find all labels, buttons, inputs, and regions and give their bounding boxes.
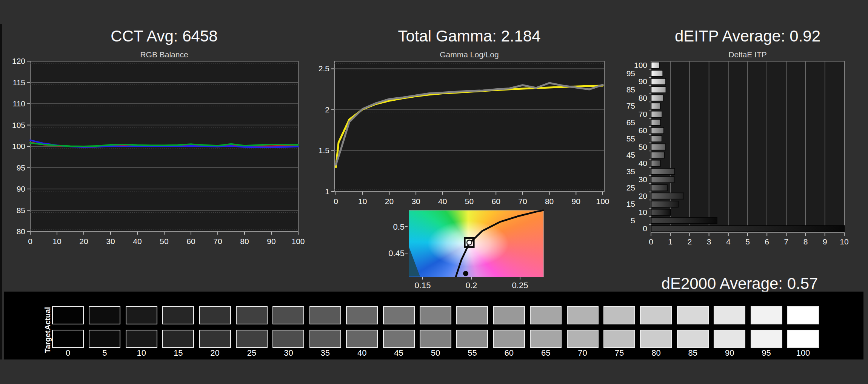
deitp-bar-30 [651,177,674,183]
svg-text:1: 1 [668,237,673,246]
ramp-actual-swatch-75 [603,306,635,324]
ramp-target-swatch-55 [456,330,488,348]
ramp-target-swatch-0 [52,330,84,348]
cie-white-point-marker [467,240,472,245]
ramp-actual-swatch-65 [530,306,562,324]
svg-text:70: 70 [639,110,647,118]
deitp-bar-25 [651,185,668,191]
deitp-bar-90 [651,78,666,84]
svg-text:60: 60 [639,126,647,135]
deitp-bar-40 [651,160,660,166]
deitp-bar-15 [651,201,679,207]
svg-text:3: 3 [707,237,711,246]
ramp-level-label-0: 0 [51,349,85,357]
svg-text:0: 0 [643,224,647,233]
ramp-actual-swatch-55 [456,306,488,324]
ramp-target-swatch-65 [530,330,562,348]
ramp-actual-swatch-5 [89,306,120,324]
ramp-actual-swatch-30 [272,306,304,324]
ramp-target-swatch-5 [89,330,120,348]
ramp-target-swatch-75 [603,330,635,348]
left-edge-strip [0,24,2,359]
cie-xtick-mark [471,277,472,280]
ramp-target-swatch-20 [199,330,231,348]
gamma-loglog-chart: 11.522.50102030405060708090100 [308,57,625,223]
cie-xtick-mark [520,277,520,280]
svg-text:10: 10 [358,197,367,206]
svg-text:110: 110 [13,99,25,108]
svg-text:60: 60 [186,237,195,246]
cie-ytick-05: 0.5 [381,222,405,232]
ramp-target-swatch-80 [640,330,672,348]
cct-average-title: CCT Avg: 6458 [30,26,298,46]
svg-text:10: 10 [639,208,647,217]
svg-text:30: 30 [106,237,115,246]
svg-text:60: 60 [492,197,500,206]
svg-text:6: 6 [765,237,769,246]
ramp-level-label-35: 35 [309,349,342,357]
svg-text:2: 2 [688,237,692,246]
ramp-level-label-40: 40 [345,349,379,357]
cie-overlay [409,210,543,276]
svg-text:75: 75 [626,101,635,110]
svg-text:20: 20 [385,197,394,206]
gamma-plot-area: 11.522.50102030405060708090100 [319,61,609,206]
svg-text:95: 95 [626,69,635,78]
deitp-bar-75 [651,103,660,109]
svg-text:80: 80 [240,237,249,246]
ramp-target-swatch-15 [162,330,194,348]
svg-text:50: 50 [465,197,474,206]
ramp-target-swatch-70 [567,330,599,348]
svg-text:25: 25 [626,183,635,192]
svg-text:0: 0 [28,237,32,246]
cie-xtick-015: 0.15 [406,281,440,290]
deitp-bar-65 [651,119,661,125]
svg-text:100: 100 [634,61,647,69]
ramp-level-label-5: 5 [88,349,121,357]
ramp-target-swatch-30 [272,330,304,348]
svg-text:7: 7 [784,237,789,246]
svg-text:35: 35 [626,167,635,176]
deitp-average-title: dEITP Average: 0.92 [643,26,852,46]
svg-text:95: 95 [17,163,25,172]
svg-text:9: 9 [823,237,827,246]
ramp-actual-swatch-45 [383,306,415,324]
ramp-level-label-90: 90 [713,349,746,357]
ramp-actual-swatch-90 [714,306,745,324]
svg-text:80: 80 [639,94,647,102]
svg-text:40: 40 [133,237,142,246]
deitp-bar-10 [651,209,671,215]
svg-text:65: 65 [626,118,635,127]
svg-text:90: 90 [17,184,25,193]
deitp-bar-85 [651,87,666,93]
ramp-level-label-100: 100 [786,349,820,357]
cie-ytick-mark [405,226,408,227]
cie-out-of-gamut-wedge [409,246,420,276]
svg-text:45: 45 [626,151,635,159]
deitp-bar-70 [651,111,662,117]
cie-xtick-mark [422,277,423,280]
total-gamma-title: Total Gamma: 2.184 [334,26,604,46]
svg-text:8: 8 [803,237,808,246]
ramp-target-swatch-25 [236,330,268,348]
svg-text:20: 20 [79,237,88,246]
deitp-bar-50 [651,144,666,150]
svg-text:40: 40 [438,197,447,206]
svg-text:2: 2 [325,105,329,114]
ramp-target-swatch-40 [346,330,378,348]
svg-text:100: 100 [596,197,609,206]
ramp-target-swatch-10 [126,330,157,348]
ramp-target-swatch-90 [714,330,745,348]
cie-xtick-025: 0.25 [503,281,537,290]
svg-text:100: 100 [12,142,25,151]
ramp-level-label-75: 75 [603,349,636,357]
ramp-actual-swatch-25 [236,306,268,324]
deitp-bar-35 [651,168,675,174]
ramp-level-label-45: 45 [382,349,416,357]
ramp-level-label-70: 70 [566,349,599,357]
deitp-bar-95 [651,70,663,76]
ramp-level-label-25: 25 [235,349,268,357]
svg-text:50: 50 [639,143,647,151]
ramp-actual-swatch-15 [162,306,194,324]
svg-text:120: 120 [12,57,25,65]
